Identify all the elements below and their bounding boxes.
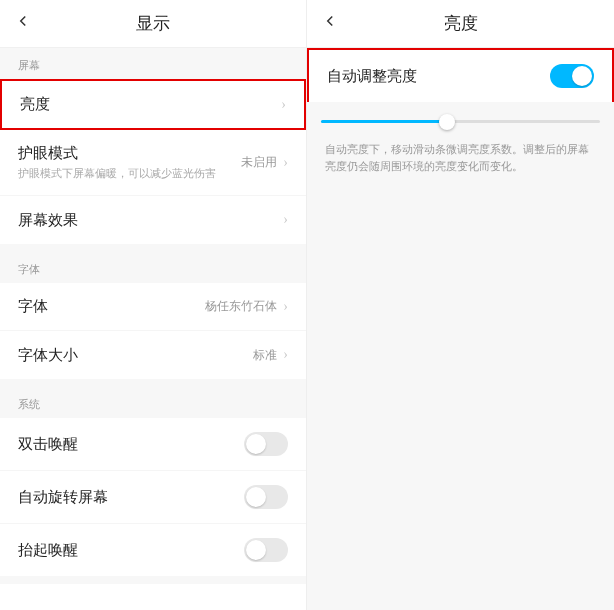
eyecare-row[interactable]: 护眼模式 护眼模式下屏幕偏暖，可以减少蓝光伤害 未启用 › xyxy=(0,130,306,196)
chevron-right-icon: › xyxy=(283,347,288,363)
lift-label: 抬起唤醒 xyxy=(18,541,244,560)
display-settings-screen: 显示 屏幕 亮度 › 护眼模式 护眼模式下屏幕偏暖，可以减少蓝光伤害 未启用 ›… xyxy=(0,0,307,610)
font-row[interactable]: 字体 杨任东竹石体 › xyxy=(0,283,306,331)
page-title: 显示 xyxy=(0,12,306,35)
font-size-value: 标准 xyxy=(253,347,277,364)
doubletap-label: 双击唤醒 xyxy=(18,435,244,454)
autorotate-toggle[interactable] xyxy=(244,485,288,509)
font-size-row[interactable]: 字体大小 标准 › xyxy=(0,331,306,379)
page-title: 亮度 xyxy=(307,12,614,35)
chevron-right-icon: › xyxy=(283,212,288,228)
screen-group: 亮度 › 护眼模式 护眼模式下屏幕偏暖，可以减少蓝光伤害 未启用 › 屏幕效果 … xyxy=(0,79,306,244)
header: 显示 xyxy=(0,0,306,48)
lift-row[interactable]: 抬起唤醒 xyxy=(0,524,306,576)
section-label-font: 字体 xyxy=(0,252,306,283)
eyecare-sublabel: 护眼模式下屏幕偏暖，可以减少蓝光伤害 xyxy=(18,166,241,181)
doubletap-toggle[interactable] xyxy=(244,432,288,456)
chevron-right-icon: › xyxy=(283,155,288,171)
chevron-right-icon: › xyxy=(281,97,286,113)
brightness-settings-screen: 亮度 自动调整亮度 自动亮度下，移动滑动条微调亮度系数。调整后的屏幕亮度仍会随周… xyxy=(307,0,614,610)
auto-brightness-label: 自动调整亮度 xyxy=(327,67,550,86)
font-value: 杨任东竹石体 xyxy=(205,298,277,315)
section-label-screen: 屏幕 xyxy=(0,48,306,79)
system-group: 双击唤醒 自动旋转屏幕 抬起唤醒 xyxy=(0,418,306,576)
auto-brightness-row[interactable]: 自动调整亮度 xyxy=(307,48,614,102)
bottom-fill xyxy=(307,182,614,610)
back-icon[interactable] xyxy=(321,12,339,35)
font-size-label: 字体大小 xyxy=(18,346,253,365)
bottom-fill xyxy=(0,584,306,610)
back-icon[interactable] xyxy=(14,12,32,35)
chevron-right-icon: › xyxy=(283,299,288,315)
font-label: 字体 xyxy=(18,297,205,316)
doubletap-row[interactable]: 双击唤醒 xyxy=(0,418,306,471)
brightness-slider[interactable] xyxy=(321,120,600,123)
auto-brightness-toggle[interactable] xyxy=(550,64,594,88)
slider-fill xyxy=(321,120,447,123)
eyecare-label: 护眼模式 xyxy=(18,144,241,163)
auto-brightness-group: 自动调整亮度 xyxy=(307,48,614,102)
lift-toggle[interactable] xyxy=(244,538,288,562)
header: 亮度 xyxy=(307,0,614,48)
brightness-slider-wrap xyxy=(307,102,614,133)
brightness-row[interactable]: 亮度 › xyxy=(0,79,306,130)
slider-thumb[interactable] xyxy=(439,114,455,130)
brightness-label: 亮度 xyxy=(20,95,281,114)
autorotate-label: 自动旋转屏幕 xyxy=(18,488,244,507)
autorotate-row[interactable]: 自动旋转屏幕 xyxy=(0,471,306,524)
screen-effect-label: 屏幕效果 xyxy=(18,211,283,230)
section-label-system: 系统 xyxy=(0,387,306,418)
font-group: 字体 杨任东竹石体 › 字体大小 标准 › xyxy=(0,283,306,379)
brightness-help-text: 自动亮度下，移动滑动条微调亮度系数。调整后的屏幕亮度仍会随周围环境的亮度变化而变… xyxy=(307,133,614,182)
eyecare-value: 未启用 xyxy=(241,154,277,171)
screen-effect-row[interactable]: 屏幕效果 › xyxy=(0,196,306,244)
